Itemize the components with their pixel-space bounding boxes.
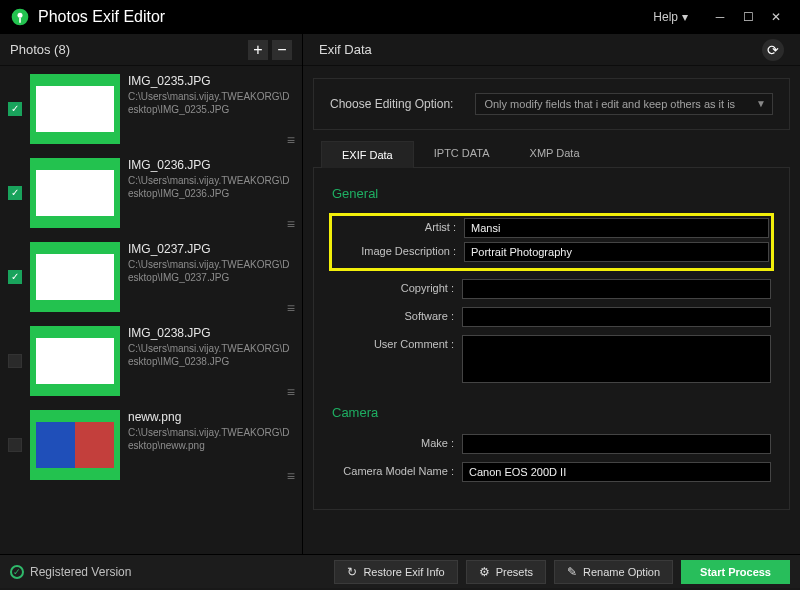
restore-exif-button[interactable]: ↻Restore Exif Info xyxy=(334,560,457,584)
field-camera-model: Camera Model Name : xyxy=(332,462,771,482)
app-logo-icon xyxy=(10,7,30,27)
list-item[interactable]: ✓IMG_0236.JPGC:\Users\mansi.vijay.TWEAKO… xyxy=(8,158,294,228)
copyright-label: Copyright : xyxy=(332,279,462,294)
description-label: Image Description : xyxy=(334,242,464,257)
sidebar: Photos (8) + − ✓IMG_0235.JPGC:\Users\man… xyxy=(0,34,303,554)
photo-thumbnail xyxy=(30,326,120,396)
make-label: Make : xyxy=(332,434,462,449)
photo-name: IMG_0235.JPG xyxy=(128,74,294,88)
exif-heading: Exif Data xyxy=(319,42,762,57)
photo-list: ✓IMG_0235.JPGC:\Users\mansi.vijay.TWEAKO… xyxy=(0,66,302,554)
photo-meta: IMG_0238.JPGC:\Users\mansi.vijay.TWEAKOR… xyxy=(128,326,294,368)
tab-exif[interactable]: EXIF Data xyxy=(321,141,414,168)
software-label: Software : xyxy=(332,307,462,322)
rename-option-button[interactable]: ✎Rename Option xyxy=(554,560,673,584)
photo-path: C:\Users\mansi.vijay.TWEAKORG\Desktop\ne… xyxy=(128,427,294,452)
photo-path: C:\Users\mansi.vijay.TWEAKORG\Desktop\IM… xyxy=(128,259,294,284)
sidebar-header: Photos (8) + − xyxy=(0,34,302,66)
chevron-down-icon: ▼ xyxy=(756,98,766,109)
artist-label: Artist : xyxy=(334,218,464,233)
remove-photo-button[interactable]: − xyxy=(272,40,292,60)
editing-option-select[interactable]: Only modify fields that i edit and keep … xyxy=(475,93,773,115)
editing-option-panel: Choose Editing Option: Only modify field… xyxy=(313,78,790,130)
minimize-button[interactable]: ─ xyxy=(706,3,734,31)
editing-option-label: Choose Editing Option: xyxy=(330,97,453,111)
add-photo-button[interactable]: + xyxy=(248,40,268,60)
start-process-button[interactable]: Start Process xyxy=(681,560,790,584)
sort-icon[interactable]: ≡ xyxy=(287,216,292,232)
photo-name: IMG_0236.JPG xyxy=(128,158,294,172)
sort-icon[interactable]: ≡ xyxy=(287,132,292,148)
photo-checkbox[interactable]: ✓ xyxy=(8,270,22,284)
make-input[interactable] xyxy=(462,434,771,454)
maximize-button[interactable]: ☐ xyxy=(734,3,762,31)
photo-meta: IMG_0236.JPGC:\Users\mansi.vijay.TWEAKOR… xyxy=(128,158,294,200)
photo-thumbnail xyxy=(30,242,120,312)
presets-button[interactable]: ⚙Presets xyxy=(466,560,546,584)
titlebar: Photos Exif Editor Help ▾ ─ ☐ ✕ xyxy=(0,0,800,34)
rename-label: Rename Option xyxy=(583,566,660,578)
field-software: Software : xyxy=(332,307,771,327)
photo-name: neww.png xyxy=(128,410,294,424)
sort-icon[interactable]: ≡ xyxy=(287,384,292,400)
svg-point-1 xyxy=(18,13,23,18)
photo-path: C:\Users\mansi.vijay.TWEAKORG\Desktop\IM… xyxy=(128,91,294,116)
refresh-button[interactable]: ⟳ xyxy=(762,39,784,61)
sort-icon[interactable]: ≡ xyxy=(287,468,292,484)
content-panel: Exif Data ⟳ Choose Editing Option: Only … xyxy=(303,34,800,554)
field-artist: Artist : xyxy=(334,218,769,238)
photo-path: C:\Users\mansi.vijay.TWEAKORG\Desktop\IM… xyxy=(128,175,294,200)
undo-icon: ↻ xyxy=(347,565,357,579)
copyright-input[interactable] xyxy=(462,279,771,299)
list-item[interactable]: ✓IMG_0238.JPGC:\Users\mansi.vijay.TWEAKO… xyxy=(8,326,294,396)
editing-option-value: Only modify fields that i edit and keep … xyxy=(484,98,735,110)
tab-iptc[interactable]: IPTC DATA xyxy=(414,140,510,167)
sliders-icon: ⚙ xyxy=(479,565,490,579)
photo-checkbox[interactable]: ✓ xyxy=(8,354,22,368)
registered-label: Registered Version xyxy=(30,565,131,579)
photos-count-label: Photos (8) xyxy=(10,42,244,57)
photo-meta: IMG_0235.JPGC:\Users\mansi.vijay.TWEAKOR… xyxy=(128,74,294,116)
comment-label: User Comment : xyxy=(332,335,462,350)
photo-thumbnail xyxy=(30,158,120,228)
section-general-title: General xyxy=(332,186,771,201)
help-menu[interactable]: Help ▾ xyxy=(653,10,688,24)
chevron-down-icon: ▾ xyxy=(682,10,688,24)
software-input[interactable] xyxy=(462,307,771,327)
presets-label: Presets xyxy=(496,566,533,578)
list-item[interactable]: ✓neww.pngC:\Users\mansi.vijay.TWEAKORG\D… xyxy=(8,410,294,480)
pencil-icon: ✎ xyxy=(567,565,577,579)
photo-checkbox[interactable]: ✓ xyxy=(8,186,22,200)
license-status: ✓ Registered Version xyxy=(10,565,326,579)
photo-thumbnail xyxy=(30,74,120,144)
model-label: Camera Model Name : xyxy=(332,462,462,477)
field-copyright: Copyright : xyxy=(332,279,771,299)
help-label: Help xyxy=(653,10,678,24)
description-input[interactable] xyxy=(464,242,769,262)
content-header: Exif Data ⟳ xyxy=(303,34,800,66)
model-input[interactable] xyxy=(462,462,771,482)
comment-textarea[interactable] xyxy=(462,335,771,383)
field-image-description: Image Description : xyxy=(334,242,769,262)
section-camera-title: Camera xyxy=(332,405,771,420)
statusbar: ✓ Registered Version ↻Restore Exif Info … xyxy=(0,554,800,588)
artist-input[interactable] xyxy=(464,218,769,238)
restore-label: Restore Exif Info xyxy=(363,566,444,578)
check-icon: ✓ xyxy=(10,565,24,579)
photo-path: C:\Users\mansi.vijay.TWEAKORG\Desktop\IM… xyxy=(128,343,294,368)
list-item[interactable]: ✓IMG_0235.JPGC:\Users\mansi.vijay.TWEAKO… xyxy=(8,74,294,144)
photo-thumbnail xyxy=(30,410,120,480)
list-item[interactable]: ✓IMG_0237.JPGC:\Users\mansi.vijay.TWEAKO… xyxy=(8,242,294,312)
photo-checkbox[interactable]: ✓ xyxy=(8,438,22,452)
sort-icon[interactable]: ≡ xyxy=(287,300,292,316)
photo-meta: neww.pngC:\Users\mansi.vijay.TWEAKORG\De… xyxy=(128,410,294,452)
tab-xmp[interactable]: XMP Data xyxy=(510,140,600,167)
field-user-comment: User Comment : xyxy=(332,335,771,383)
photo-meta: IMG_0237.JPGC:\Users\mansi.vijay.TWEAKOR… xyxy=(128,242,294,284)
app-title: Photos Exif Editor xyxy=(38,8,653,26)
close-button[interactable]: ✕ xyxy=(762,3,790,31)
field-make: Make : xyxy=(332,434,771,454)
highlighted-edit-group: Artist : Image Description : xyxy=(329,213,774,271)
data-tabs: EXIF Data IPTC DATA XMP Data xyxy=(313,140,790,168)
photo-checkbox[interactable]: ✓ xyxy=(8,102,22,116)
